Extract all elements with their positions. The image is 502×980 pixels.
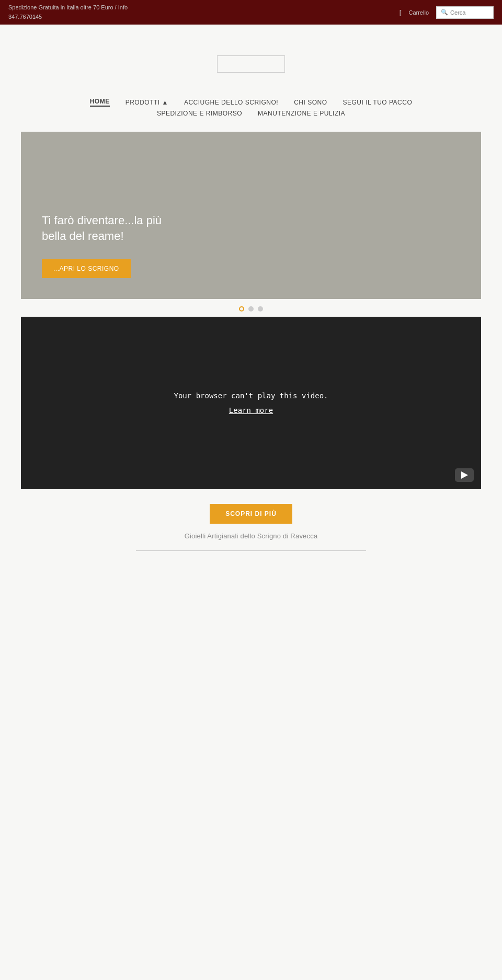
hero-cta-button[interactable]: ...APRI LO SCRIGNO: [42, 259, 131, 278]
video-message: Your browser can't play this video. Lear…: [174, 388, 328, 418]
top-bar-right: [ Carrello 🔍: [400, 6, 494, 19]
search-icon: 🔍: [441, 9, 448, 16]
hero-title-line1: Ti farò diventare...la più: [42, 214, 162, 227]
nav-chi-sono[interactable]: CHI SONO: [294, 99, 327, 106]
nav-acciughe[interactable]: ACCIUGHE DELLO SCRIGNO!: [184, 99, 278, 106]
scopri-section: SCOPRI DI PIÙ Gioielli Artigianali dello…: [0, 504, 502, 540]
search-box[interactable]: 🔍: [436, 6, 494, 19]
nav-row-1: HOME PRODOTTI ▲ ACCIUGHE DELLO SCRIGNO! …: [90, 98, 413, 107]
nav-home[interactable]: HOME: [90, 98, 110, 107]
nav-spedizione[interactable]: SPEDIZIONE E RIMBORSO: [157, 110, 242, 117]
main-nav: HOME PRODOTTI ▲ ACCIUGHE DELLO SCRIGNO! …: [0, 93, 502, 126]
nav-prodotti[interactable]: PRODOTTI ▲: [126, 99, 168, 106]
top-bar: Spedizione Gratuita in Italia oltre 70 E…: [0, 0, 502, 25]
nav-row-2: SPEDIZIONE E RIMBORSO MANUTENZIONE E PUL…: [157, 110, 345, 117]
subtitle-text: Gioielli Artigianali dello Scrigno di Ra…: [185, 532, 318, 540]
scopri-button[interactable]: SCOPRI DI PIÙ: [210, 504, 292, 524]
cart-link[interactable]: Carrello: [408, 9, 429, 16]
top-bar-info: Spedizione Gratuita in Italia oltre 70 E…: [8, 3, 128, 21]
slider-dot-2[interactable]: [248, 306, 254, 312]
bottom-space: [0, 551, 502, 917]
logo-area: [0, 25, 502, 93]
slider-dot-3[interactable]: [258, 306, 263, 312]
phone-number: 347.7670145: [8, 13, 128, 22]
slider-dot-1[interactable]: [239, 306, 244, 312]
video-learn-more-link[interactable]: Learn more: [229, 406, 273, 414]
logo-text: [227, 60, 275, 68]
slider-dots: [0, 306, 502, 312]
search-input[interactable]: [450, 9, 496, 16]
video-section: Your browser can't play this video. Lear…: [21, 317, 481, 489]
video-cant-play-text: Your browser can't play this video.: [174, 391, 328, 400]
logo-box: [217, 55, 285, 73]
hero-title-line2: bella del reame!: [42, 229, 124, 243]
youtube-icon[interactable]: [455, 468, 474, 482]
nav-manutenzione[interactable]: MANUTENZIONE E PULIZIA: [258, 110, 345, 117]
play-triangle: [461, 471, 468, 479]
hero-content: Ti farò diventare...la più bella del rea…: [42, 213, 162, 279]
cart-bracket-open: [: [400, 8, 402, 16]
nav-segui[interactable]: SEGUI IL TUO PACCO: [343, 99, 412, 106]
hero-slider: Ti farò diventare...la più bella del rea…: [21, 132, 481, 299]
shipping-info-line1: Spedizione Gratuita in Italia oltre 70 E…: [8, 3, 128, 13]
hero-title: Ti farò diventare...la più bella del rea…: [42, 213, 162, 245]
